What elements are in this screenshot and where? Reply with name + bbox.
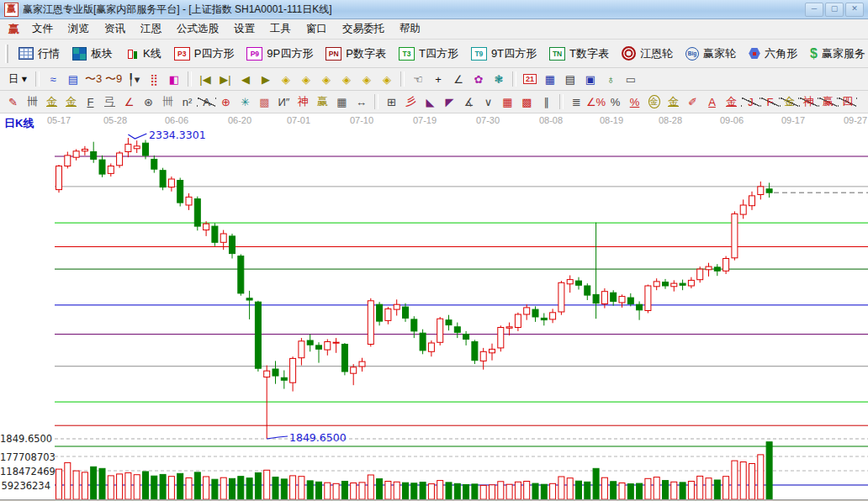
shen-tool-icon[interactable]: 神 [294,92,313,111]
small-grid-icon[interactable]: ▦ [332,92,352,111]
j-angle-icon[interactable]: J [741,92,760,111]
scale-list-icon[interactable]: ≣ [567,92,586,111]
f-angle-icon[interactable]: F [760,92,780,111]
bow-lines-icon[interactable]: 弓 [100,92,119,111]
web-update-icon[interactable]: ♁ [601,70,621,88]
menu-item-9[interactable]: 帮助 [392,19,428,39]
grid-lines-icon[interactable]: 卌 [23,92,42,111]
close-button[interactable]: ✕ [845,3,864,17]
draw-pencil-icon[interactable]: ✎ [3,92,23,111]
toolbar-button-winner-wheel[interactable]: Big赢家轮 [680,44,742,64]
golden-section2-icon[interactable]: 金 [61,92,81,111]
four-angle-icon[interactable]: 四 [838,92,857,111]
crosshair-icon[interactable]: + [428,70,448,88]
gann-box-icon[interactable]: ▩ [255,92,274,111]
period-daily-dropdown[interactable]: 日 ▾ [3,70,32,88]
toolbar-button-p-square[interactable]: P3P四方形 [168,44,241,64]
toolbar-button-p-number-table[interactable]: PNP数字表 [320,44,392,64]
menu-item-0[interactable]: 文件 [24,19,61,39]
a-wave-icon[interactable]: A [702,92,722,111]
first-page-icon[interactable]: |◀ [195,70,215,88]
n-square-icon[interactable]: n² [177,92,197,111]
golden-section-icon[interactable]: 金 [42,92,61,111]
shen-angle-icon[interactable]: 神 [799,92,818,111]
price-pencil-icon[interactable]: ✐ [683,92,702,111]
zoom-all-diamond-icon[interactable]: ◈ [377,70,397,88]
menu-item-1[interactable]: 浏览 [61,19,97,39]
menu-item-3[interactable]: 江恩 [133,19,169,39]
fan-box-icon[interactable]: ◣ [421,92,440,111]
ray-fan-icon[interactable]: 彡 [401,92,421,111]
zoom-right-diamond-icon[interactable]: ◈ [296,70,316,88]
menu-item-4[interactable]: 公式选股 [169,19,226,39]
flower-tool-icon[interactable]: ✿ [468,70,489,88]
menu-item-8[interactable]: 交易委托 [335,19,392,39]
zoom-cross-diamond-icon[interactable]: ◈ [357,70,377,88]
fibonacci-lines-icon[interactable]: F [81,92,100,111]
save-icon[interactable]: ▣ [580,70,601,88]
pan-hand-icon[interactable]: ☜ [408,70,428,88]
double-angle-icon[interactable]: ∡ [459,92,479,111]
menu-item-2[interactable]: 资讯 [97,19,133,39]
toolbar-button-kline-candles[interactable]: K线 [119,44,167,64]
next-page-icon[interactable]: ▶ [256,70,276,88]
menu-item-6[interactable]: 工具 [262,19,299,39]
print-icon[interactable]: ▭ [621,70,641,88]
a-line-icon[interactable]: A [197,92,216,111]
kline-chart-svg[interactable] [0,113,868,501]
wave-mark-icon[interactable]: И″ [274,92,294,111]
toolbar-button-sector-blocks[interactable]: 板块 [66,44,119,64]
span-measure-icon[interactable]: ↔ [352,92,371,111]
ying-tool-icon[interactable]: 赢 [313,92,332,111]
menu-item-5[interactable]: 设置 [226,19,262,39]
cloud-tool-icon[interactable]: ❃ [489,70,509,88]
red-grid2-icon[interactable]: ▩ [517,92,537,111]
toolbar-button-gann-wheel[interactable]: 江恩轮 [616,44,679,64]
toolbar-button-hexagon[interactable]: 六角形 [743,44,803,64]
intraday-chart-icon[interactable]: ≈ [43,70,63,88]
minimize-button[interactable]: ─ [805,3,823,17]
percent-angle-icon[interactable]: ∠% [586,92,606,111]
toolbar-button-t-square[interactable]: T3T四方形 [393,44,464,64]
maximize-button[interactable]: ▢ [825,3,844,17]
percent-lines-icon[interactable]: % [625,92,644,111]
calendar-21-icon[interactable]: 21 [520,70,540,88]
gann-star-icon[interactable]: ✳ [236,92,255,111]
menu-item-7[interactable]: 窗口 [299,19,335,39]
angle-measure-icon[interactable]: ∠ [448,70,468,88]
gold-angle-icon[interactable]: 金 [780,92,799,111]
ma9-line-icon[interactable]: 〜9 [103,70,124,88]
calculator-icon[interactable]: ▦ [540,70,560,88]
toolbar-button-t-number-table[interactable]: TNT数字表 [543,44,615,64]
toolbar-button-nine-p-square[interactable]: P99P四方形 [241,44,319,64]
info-panel-icon[interactable]: ▤ [63,70,83,88]
volume-profile-icon[interactable]: ◧ [164,70,184,88]
prev-page-icon[interactable]: ◀ [236,70,256,88]
parallel-lines-icon[interactable]: ∥ [537,92,556,111]
ying-angle-icon[interactable]: 赢 [818,92,838,111]
zoom-left-diamond-icon[interactable]: ◈ [276,70,296,88]
notes-icon[interactable]: ▤ [560,70,580,88]
chip-distribution-icon[interactable]: ⣿ [144,70,164,88]
last-page-icon[interactable]: ▶| [215,70,236,88]
comb-lines-icon[interactable]: 卌 [158,92,177,111]
chart-area[interactable]: 日K线 1849.6500 177708703 118472469 592362… [0,113,868,501]
toolbar-button-winner-service[interactable]: $赢家服务 [804,44,868,64]
gann-circle-icon[interactable]: ⊛ [139,92,158,111]
red-grid-icon[interactable]: ▦ [498,92,517,111]
fan-box2-icon[interactable]: ◤ [440,92,459,111]
percent-icon[interactable]: % [606,92,625,111]
gold-lines-icon[interactable]: 金 [664,92,683,111]
single-candle-dropdown[interactable]: ╿▾ [124,70,144,88]
gold-circle-icon[interactable]: 金 [644,92,664,111]
gann-fan-circle-icon[interactable]: ⊕ [216,92,236,111]
ma3-line-icon[interactable]: 〜3 [83,70,103,88]
zoom-v-diamond-icon[interactable]: ◈ [336,70,357,88]
toolbar-button-nine-t-square[interactable]: T99T四方形 [465,44,542,64]
gold-wave-icon[interactable]: 金 [722,92,741,111]
v-dotted-icon[interactable]: ∨ [479,92,498,111]
angle-pencil-icon[interactable]: ∠ [119,92,139,111]
box-frame-icon[interactable]: ⊞ [382,92,401,111]
toolbar-button-market-grid[interactable]: 行情 [13,44,66,64]
zoom-h-diamond-icon[interactable]: ◈ [316,70,336,88]
